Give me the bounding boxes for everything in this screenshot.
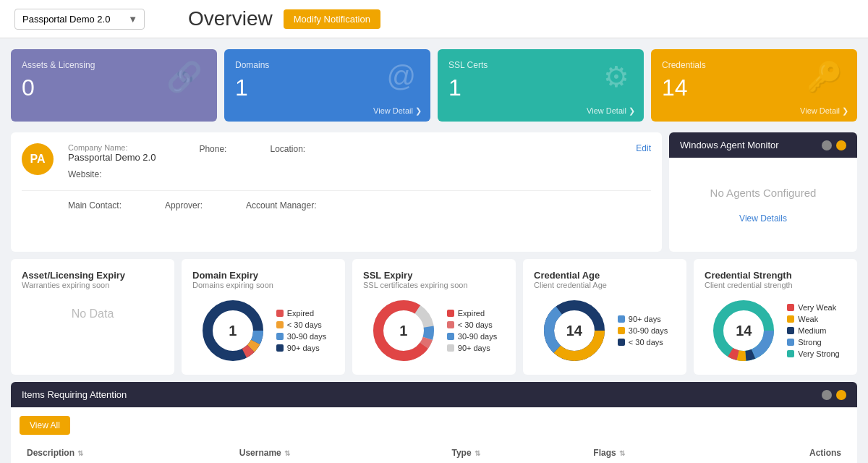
chart-title: Domain Expiry bbox=[192, 270, 334, 281]
website-label: Website: bbox=[68, 169, 101, 179]
avatar: PA bbox=[22, 143, 54, 175]
col-header-type: Type ⇅ bbox=[451, 448, 593, 458]
chart-card-credential-strength: Credential Strength Client credential st… bbox=[694, 259, 857, 375]
location-label: Location: bbox=[270, 144, 305, 154]
donut-wrap: 1 Expired < 30 days 30-90 days 90+ days bbox=[363, 298, 505, 363]
donut-center-value: 1 bbox=[229, 323, 237, 339]
table-header-row: Description ⇅ Username ⇅ Type ⇅ Flags ⇅ … bbox=[20, 442, 848, 463]
chart-card-credential-age: Credential Age Client credential Age 14 … bbox=[523, 259, 686, 375]
monitor-close-dot[interactable] bbox=[836, 140, 846, 150]
attention-body: View All Description ⇅ Username ⇅ Type ⇅… bbox=[11, 407, 857, 463]
modify-notification-button[interactable]: Modify Notification bbox=[284, 9, 380, 29]
attention-close-dot[interactable] bbox=[836, 390, 846, 400]
approver-label: Approver: bbox=[165, 200, 203, 211]
chart-title: Credential Age bbox=[534, 270, 676, 281]
col-header-description: Description ⇅ bbox=[27, 448, 239, 458]
credentials-icon: 🔑 bbox=[807, 60, 843, 94]
donut-center-value: 14 bbox=[566, 323, 582, 339]
cred-strength-legend: Very Weak Weak Medium Strong Very Strong bbox=[787, 303, 839, 358]
chart-card-asset-licensing: Asset/Licensing Expiry Warranties expiri… bbox=[11, 259, 174, 375]
main-contact-label: Main Contact: bbox=[68, 200, 122, 211]
chart-title: Credential Strength bbox=[705, 270, 846, 281]
sort-icon[interactable]: ⇅ bbox=[284, 449, 290, 457]
stat-card-domains: Domains 1 @ View Detail ❯ bbox=[224, 49, 430, 122]
stat-card-ssl: SSL Certs 1 ⚙ View Detail ❯ bbox=[438, 49, 644, 122]
mid-section: Edit PA Company Name: Passportal Demo 2.… bbox=[11, 132, 857, 252]
col-header-actions: Actions bbox=[735, 448, 841, 458]
chart-subtitle: Warranties expiring soon bbox=[22, 281, 163, 289]
col-header-flags: Flags ⇅ bbox=[593, 448, 735, 458]
sort-icon[interactable]: ⇅ bbox=[77, 449, 83, 457]
cred-age-legend: 90+ days 30-90 days < 30 days bbox=[618, 315, 668, 347]
chart-subtitle: Client credential Age bbox=[534, 281, 676, 289]
company-selector[interactable]: Passportal Demo 2.0 ▼ bbox=[14, 9, 145, 30]
sort-icon[interactable]: ⇅ bbox=[619, 449, 625, 457]
chart-card-domain-expiry: Domain Expiry Domains expiring soon 1 Ex… bbox=[182, 259, 345, 375]
header: Passportal Demo 2.0 ▼ Overview Modify No… bbox=[0, 0, 868, 38]
donut-center-value: 1 bbox=[399, 323, 407, 339]
edit-link[interactable]: Edit bbox=[636, 143, 651, 153]
account-manager-label: Account Manager: bbox=[246, 200, 316, 211]
no-data-text: No Data bbox=[22, 307, 163, 320]
no-agents-text: No Agents Configured bbox=[710, 187, 817, 199]
monitor-title: Windows Agent Monitor bbox=[680, 140, 779, 150]
charts-section: Asset/Licensing Expiry Warranties expiri… bbox=[11, 259, 857, 375]
monitor-body: No Agents Configured View Details bbox=[669, 158, 857, 252]
ssl-icon: ⚙ bbox=[603, 60, 629, 93]
stat-card-view-detail-ssl[interactable]: View Detail ❯ bbox=[587, 106, 635, 116]
ssl-legend: Expired < 30 days 30-90 days 90+ days bbox=[447, 309, 497, 352]
donut-center-value: 14 bbox=[736, 323, 752, 339]
monitor-minimize-dot[interactable] bbox=[822, 140, 832, 150]
sort-icon[interactable]: ⇅ bbox=[475, 449, 480, 457]
stat-card-view-detail-domains[interactable]: View Detail ❯ bbox=[373, 106, 422, 116]
chart-subtitle: Domains expiring soon bbox=[192, 281, 334, 289]
company-select[interactable]: Passportal Demo 2.0 bbox=[14, 9, 145, 30]
page-title: Overview bbox=[188, 7, 273, 30]
chart-subtitle: SSL certificates expiring soon bbox=[363, 281, 505, 289]
chart-card-ssl-expiry: SSL Expiry SSL certificates expiring soo… bbox=[352, 259, 516, 375]
stat-card-assets: Assets & Licensing 0 🔗 bbox=[11, 49, 217, 122]
stat-cards-row: Assets & Licensing 0 🔗 Domains 1 @ View … bbox=[0, 38, 868, 132]
phone-label: Phone: bbox=[199, 144, 226, 154]
attention-minimize-dot[interactable] bbox=[822, 390, 832, 400]
chart-title: SSL Expiry bbox=[363, 270, 505, 281]
view-all-button[interactable]: View All bbox=[20, 416, 70, 435]
monitor-header: Windows Agent Monitor bbox=[669, 132, 857, 158]
view-details-link[interactable]: View Details bbox=[739, 213, 787, 224]
stat-card-view-detail-credentials[interactable]: View Detail ❯ bbox=[800, 106, 848, 116]
company-name-value: Passportal Demo 2.0 bbox=[68, 152, 156, 163]
domain-legend: Expired < 30 days 30-90 days 90+ days bbox=[276, 309, 326, 352]
attention-header: Items Requiring Attention bbox=[11, 382, 857, 407]
donut-wrap: 1 Expired < 30 days 30-90 days 90+ days bbox=[192, 298, 334, 363]
company-name-label: Company Name: bbox=[68, 143, 156, 152]
donut-wrap: 14 90+ days 30-90 days < 30 days bbox=[534, 298, 676, 363]
attention-section: Items Requiring Attention View All Descr… bbox=[11, 382, 857, 463]
chart-subtitle: Client credential strength bbox=[705, 281, 846, 289]
domains-icon: @ bbox=[386, 60, 416, 93]
attention-title: Items Requiring Attention bbox=[22, 389, 127, 400]
windows-monitor-panel: Windows Agent Monitor No Agents Configur… bbox=[669, 132, 857, 252]
stat-card-credentials: Credentials 14 🔑 View Detail ❯ bbox=[651, 49, 857, 122]
assets-icon: 🔗 bbox=[166, 60, 203, 94]
col-header-username: Username ⇅ bbox=[239, 448, 452, 458]
chart-title: Asset/Licensing Expiry bbox=[22, 270, 163, 281]
donut-wrap: 14 Very Weak Weak Medium Strong Very Str… bbox=[705, 298, 846, 363]
company-info-panel: Edit PA Company Name: Passportal Demo 2.… bbox=[11, 132, 662, 252]
